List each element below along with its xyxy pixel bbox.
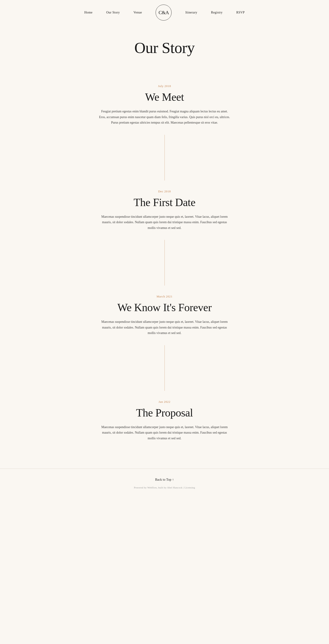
story-event-3: March 2021 We Know It's Forever Maecenas…: [98, 295, 231, 336]
main-nav: Home Our Story Venue C&A Itinerary Regis…: [0, 0, 329, 25]
nav-our-story[interactable]: Our Story: [106, 11, 120, 14]
timeline-line-3: [164, 345, 165, 391]
nav-rsvp[interactable]: RSVP: [236, 11, 245, 14]
timeline-line-2: [164, 240, 165, 286]
event-title-4: The Proposal: [98, 406, 231, 419]
timeline-divider-2: [98, 240, 231, 286]
event-text-2: Maecenas suspendisse tincidunt ullamcorp…: [98, 214, 231, 231]
event-title-2: The First Date: [98, 196, 231, 208]
story-event-4: Jan 2022 The Proposal Maecenas suspendis…: [98, 400, 231, 441]
event-date-2: Dec 2018: [98, 190, 231, 193]
event-date-3: March 2021: [98, 295, 231, 298]
event-date-1: July 2018: [98, 84, 231, 88]
nav-home[interactable]: Home: [84, 11, 92, 14]
footer-credit: Powered by Webflow, built by Abel Hancoc…: [4, 486, 324, 489]
timeline-line-1: [164, 135, 165, 180]
nav-venue[interactable]: Venue: [134, 11, 142, 14]
timeline-divider-3: [98, 345, 231, 391]
nav-logo[interactable]: C&A: [156, 4, 172, 20]
timeline-divider-1: [98, 135, 231, 180]
nav-itinerary[interactable]: Itinerary: [185, 11, 197, 14]
back-to-top-link[interactable]: Back to Top ↑: [4, 478, 324, 482]
nav-registry[interactable]: Registry: [211, 11, 222, 14]
story-container: July 2018 We Meet Feugiat pretium egesta…: [94, 84, 235, 441]
event-date-4: Jan 2022: [98, 400, 231, 404]
event-title-1: We Meet: [98, 91, 231, 103]
footer: Back to Top ↑ Powered by Webflow, built …: [0, 468, 329, 496]
event-text-4: Maecenas suspendisse tincidunt ullamcorp…: [98, 424, 231, 441]
event-text-1: Feugiat pretium egestas enim blandit pur…: [98, 109, 231, 126]
event-title-3: We Know It's Forever: [98, 301, 231, 314]
event-text-3: Maecenas suspendisse tincidunt ullamcorp…: [98, 319, 231, 336]
story-event-2: Dec 2018 The First Date Maecenas suspend…: [98, 190, 231, 231]
page-title: Our Story: [0, 39, 329, 57]
story-event-1: July 2018 We Meet Feugiat pretium egesta…: [98, 84, 231, 126]
